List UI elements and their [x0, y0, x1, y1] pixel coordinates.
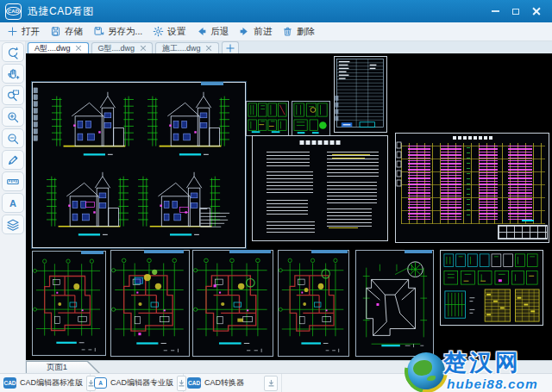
- sheet-elevations[interactable]: [32, 82, 246, 248]
- window-controls: [485, 3, 547, 19]
- tool-measure[interactable]: [2, 171, 24, 191]
- tab-label: G型....dwg: [98, 43, 135, 54]
- roof-plan-drawing: [356, 251, 433, 356]
- cad-badge-icon: CAD: [3, 377, 16, 389]
- promo-label: CAD编辑器标准版: [20, 377, 83, 389]
- promo-cad-editor-pro[interactable]: A CAD编辑器专业版: [91, 374, 184, 392]
- svg-text:A: A: [9, 198, 16, 208]
- tab-label: A型....dwg: [34, 43, 71, 54]
- tool-layers[interactable]: [2, 215, 24, 234]
- schedule-grips: [396, 140, 403, 192]
- forward-arrow-icon: [239, 26, 250, 37]
- sheet-header-strip: [229, 250, 271, 253]
- download-button[interactable]: [264, 376, 278, 391]
- a-badge-icon: A: [94, 377, 107, 389]
- close-button[interactable]: [526, 3, 547, 19]
- drawing-list-table: [335, 57, 386, 132]
- save-button[interactable]: 存储: [47, 24, 90, 40]
- sheet-detail-2[interactable]: [292, 101, 330, 136]
- sheet-floor-plan-2[interactable]: [110, 250, 190, 357]
- sheet-details-tables[interactable]: [440, 250, 543, 326]
- close-tab-icon[interactable]: [76, 46, 82, 52]
- back-button[interactable]: 后退: [192, 24, 235, 40]
- open-button[interactable]: 打开: [3, 24, 47, 40]
- tab-a-dwg[interactable]: A型....dwg: [28, 42, 89, 53]
- tab-shigong-dwg[interactable]: 施工....dwg: [155, 42, 219, 53]
- sheet-detail-1[interactable]: [246, 101, 289, 136]
- app-window: CAD 迅捷CAD看图 打开 存储 另存为... 设置 后退: [0, 0, 552, 392]
- promo-cad-converter[interactable]: CAD CAD转换器: [184, 374, 282, 392]
- close-icon: [532, 7, 541, 16]
- promo-label: CAD编辑器专业版: [110, 377, 173, 389]
- maximize-button[interactable]: [505, 3, 526, 19]
- detail-drawing-2: [292, 102, 329, 135]
- close-tab-icon[interactable]: [140, 46, 146, 52]
- schedule-text-column: [479, 146, 498, 221]
- delete-label: 删除: [297, 26, 315, 38]
- notes-paragraph: [267, 171, 313, 196]
- tool-pan[interactable]: [2, 64, 24, 84]
- tool-text[interactable]: A: [2, 193, 24, 213]
- tool-sidebar: A: [0, 41, 26, 373]
- delete-button[interactable]: 删除: [279, 24, 322, 40]
- tool-zoom-in[interactable]: [2, 107, 24, 127]
- app-logo-icon: CAD: [5, 3, 22, 20]
- sheet-schedule-table[interactable]: [395, 133, 549, 243]
- schedule-title-blocks: [453, 136, 492, 140]
- open-plus-icon: [7, 26, 18, 37]
- promo-cad-editor-standard[interactable]: CAD CAD编辑器标准版: [0, 374, 91, 392]
- sheet-header-strip: [144, 250, 184, 253]
- sheet-floor-plan-1[interactable]: [32, 251, 106, 356]
- sheet-header-strip: [81, 251, 104, 254]
- sheet-roof-plan[interactable]: [355, 250, 434, 357]
- back-label: 后退: [210, 26, 229, 38]
- notes-paragraph: [267, 152, 310, 167]
- save-label: 存储: [65, 26, 83, 38]
- title-bar: CAD 迅捷CAD看图: [0, 0, 552, 22]
- tool-draw[interactable]: [2, 150, 24, 170]
- notes-highlight: [332, 154, 370, 155]
- tab-label: 施工....dwg: [162, 43, 201, 54]
- sheet-header-strip: [311, 250, 348, 253]
- save-as-button[interactable]: 另存为...: [90, 24, 149, 40]
- floor-plan-drawing: [193, 251, 273, 356]
- notes-paragraph: [327, 152, 379, 177]
- save-as-icon: [93, 26, 104, 37]
- notes-paragraph: [327, 208, 372, 227]
- schedule-text-column: [441, 146, 461, 221]
- open-label: 打开: [22, 26, 40, 38]
- floor-plan-drawing: [111, 251, 189, 356]
- cad-badge-icon: CAD: [187, 377, 201, 389]
- close-tab-icon[interactable]: [206, 46, 212, 52]
- tab-g-dwg[interactable]: G型....dwg: [91, 42, 154, 53]
- schedule-text-column: [508, 146, 532, 221]
- details-tables-drawing: [441, 251, 543, 325]
- minimize-button[interactable]: [485, 3, 505, 19]
- schedule-label: [522, 220, 534, 221]
- pen-icon: [6, 153, 20, 167]
- tool-rotate-view[interactable]: [2, 42, 24, 62]
- schedule-green-column: [467, 147, 470, 216]
- sheet-drawing-list[interactable]: [334, 56, 387, 133]
- settings-button[interactable]: 设置: [149, 24, 192, 40]
- page-tab-strip: 页面1: [26, 360, 552, 373]
- sheet-floor-plan-4[interactable]: [278, 250, 349, 357]
- maximize-icon: [512, 9, 519, 15]
- page-tab[interactable]: 页面1: [26, 361, 102, 373]
- sheet-design-notes[interactable]: [252, 135, 388, 241]
- trash-icon: [282, 26, 293, 37]
- sheet-floor-plan-3[interactable]: [192, 250, 273, 357]
- tool-zoom-out[interactable]: [2, 128, 24, 148]
- ruler-icon: [6, 175, 20, 189]
- new-tab-button[interactable]: [222, 41, 239, 53]
- minimize-icon: [492, 10, 499, 12]
- download-icon: [267, 379, 275, 387]
- toolbar: 打开 存储 另存为... 设置 后退 前进 删除: [0, 22, 552, 41]
- detail-drawing-1: [247, 102, 288, 135]
- forward-button[interactable]: 前进: [235, 24, 279, 40]
- zoom-out-icon: [6, 132, 20, 146]
- elevations-drawing: [33, 83, 245, 247]
- notes-highlight: [332, 158, 365, 159]
- drawing-canvas[interactable]: [26, 53, 552, 360]
- tool-zoom-window[interactable]: [2, 85, 24, 105]
